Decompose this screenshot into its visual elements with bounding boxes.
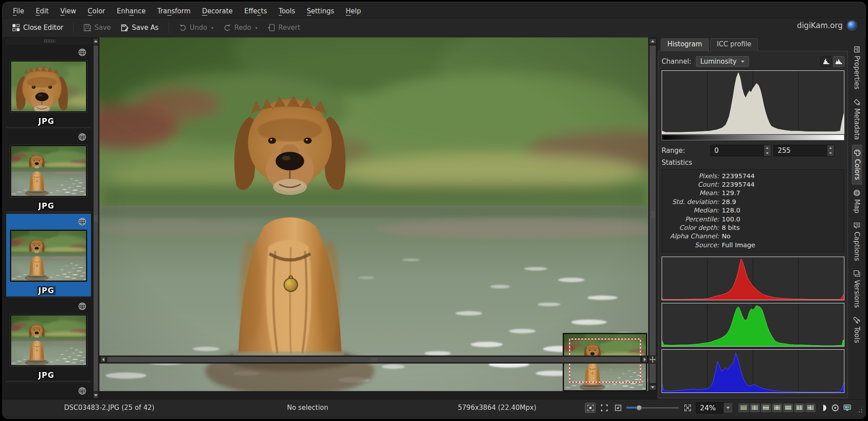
menu-help[interactable]: Help [346, 7, 361, 15]
side-tab-label: Colors [853, 159, 861, 180]
thumbnail-item[interactable]: JPG [6, 129, 91, 212]
canvas-vscrollbar-thumb[interactable] [649, 45, 656, 384]
preview-mode-button-7[interactable] [806, 404, 815, 412]
save-as-button[interactable]: Save As [118, 22, 161, 33]
tab-icc-profile[interactable]: ICC profile [710, 38, 758, 51]
geolocation-icon [78, 217, 86, 226]
zoom-to-100-button[interactable] [613, 403, 623, 413]
luminosity-histogram[interactable] [662, 70, 844, 134]
fit-to-selection-button[interactable] [599, 403, 609, 413]
thumbnail-item[interactable]: JPG [6, 298, 91, 381]
scroll-down-arrow[interactable] [93, 392, 99, 398]
undo-button[interactable]: Undo▾ [176, 22, 216, 33]
menu-color[interactable]: Color [88, 7, 105, 15]
side-tab-properties[interactable]: Properties [852, 42, 862, 94]
scroll-left-arrow[interactable] [100, 356, 106, 363]
color-managed-view-button[interactable] [843, 403, 852, 412]
preview-mode-button-3[interactable] [761, 404, 771, 412]
tab-histogram[interactable]: Histogram [661, 38, 709, 51]
thumbnail-image[interactable] [10, 230, 87, 282]
thumbnail-image[interactable] [10, 145, 87, 197]
scroll-down-arrow[interactable] [649, 384, 656, 390]
preview-mode-button-4[interactable] [772, 404, 782, 412]
stat-label: Alpha Channel: [662, 233, 719, 240]
menu-transform[interactable]: Transform [157, 7, 191, 15]
redo-button[interactable]: Redo▾ [221, 22, 260, 33]
canvas-hscrollbar[interactable] [99, 356, 648, 364]
zoom-slider-handle[interactable] [636, 405, 642, 411]
side-tab-versions[interactable]: Versions [852, 266, 862, 312]
menu-view[interactable]: View [60, 7, 76, 15]
spin-arrows[interactable] [764, 145, 771, 156]
pan-tool-button[interactable] [648, 356, 657, 364]
stat-row: Pixels:22395744 [662, 172, 844, 180]
menu-settings[interactable]: Settings [307, 7, 334, 15]
thumbnail-item-selected[interactable]: JPG [6, 214, 91, 297]
zoom-slider[interactable] [626, 404, 679, 411]
digikam-lens-icon [846, 20, 858, 31]
menu-decorate[interactable]: Decorate [202, 7, 233, 15]
right-tab-strip: PropertiesMetadataColorsMapCaptionsVersi… [849, 37, 865, 399]
log-histogram-scale-button[interactable] [833, 56, 844, 67]
thumbnail-image[interactable] [10, 315, 87, 366]
preview-mode-button-2[interactable] [750, 404, 760, 412]
chevron-down-icon[interactable]: ▾ [211, 25, 214, 30]
colors-icon [854, 149, 861, 156]
canvas-hscrollbar-thumb[interactable] [107, 356, 641, 363]
window-resize-grip[interactable] [856, 406, 863, 413]
undo-icon [179, 24, 187, 32]
close-editor-button[interactable]: Close Editor [9, 22, 66, 33]
menu-edit[interactable]: Edit [36, 7, 49, 15]
scroll-right-arrow[interactable] [642, 356, 647, 363]
preview-mode-button-5[interactable] [783, 404, 793, 412]
preview-mode-button-1[interactable] [739, 404, 749, 412]
side-tab-map[interactable]: Map [852, 185, 862, 217]
fit-to-window-button[interactable] [585, 403, 596, 413]
side-tab-tools[interactable]: Tools [852, 313, 862, 347]
under-exposure-indicator-button[interactable] [819, 403, 827, 412]
stat-label: Color depth: [662, 224, 719, 231]
side-tab-captions[interactable]: Captions [852, 218, 862, 265]
menu-effects[interactable]: Effects [244, 7, 267, 15]
stat-label: Pixels: [662, 172, 719, 180]
revert-button[interactable]: Revert [264, 22, 303, 33]
chevron-down-icon[interactable]: ▾ [255, 25, 257, 30]
sidebar-scrollbar[interactable] [92, 37, 99, 399]
thumbnail-item[interactable]: JPG [6, 383, 91, 399]
stat-value: 128.0 [722, 207, 740, 214]
stat-label: Std. deviation: [662, 198, 719, 205]
save-as-icon [121, 24, 129, 32]
thumbnail-image[interactable] [10, 61, 87, 112]
channel-select[interactable]: Luminosity [696, 56, 749, 67]
scroll-up-arrow[interactable] [649, 38, 656, 44]
preview-mode-button-6[interactable] [794, 404, 804, 412]
over-exposure-indicator-button[interactable] [831, 403, 839, 412]
toolbar-button-label: Redo [234, 24, 251, 32]
stat-label: Percentile: [662, 216, 719, 223]
versions-icon [853, 270, 860, 277]
toolbar-button-label: Undo [190, 24, 207, 32]
range-max-spinbox[interactable]: 255 [773, 145, 835, 156]
image-canvas[interactable] [99, 37, 648, 391]
stat-row: Alpha Channel:No [662, 232, 844, 241]
statusbar-filename: DSC03483-2.JPG (25 of 42) [2, 404, 216, 412]
captions-icon [853, 222, 860, 229]
sidebar-scrollbar-thumb[interactable] [93, 45, 99, 392]
chevron-down-icon[interactable] [724, 402, 733, 413]
scroll-up-arrow[interactable] [93, 38, 99, 44]
range-min-spinbox[interactable]: 0 [710, 145, 771, 156]
linear-histogram-scale-button[interactable] [820, 56, 831, 67]
zoom-percent-combo[interactable]: 24% [696, 402, 733, 413]
canvas-vscrollbar[interactable] [648, 37, 657, 391]
stat-label: Median: [662, 207, 719, 214]
side-tab-colors[interactable]: Colors [852, 145, 862, 184]
menu-file[interactable]: File [13, 7, 24, 15]
menu-enhance[interactable]: Enhance [117, 7, 146, 15]
side-tab-metadata[interactable]: Metadata [852, 94, 862, 144]
save-button[interactable]: Save [81, 22, 114, 33]
zoom-expand-icon[interactable] [682, 403, 693, 413]
sidebar-drag-handle[interactable] [44, 39, 55, 42]
spin-arrows[interactable] [827, 145, 834, 156]
thumbnail-item[interactable]: JPG [6, 45, 91, 127]
menu-tools[interactable]: Tools [279, 7, 295, 15]
